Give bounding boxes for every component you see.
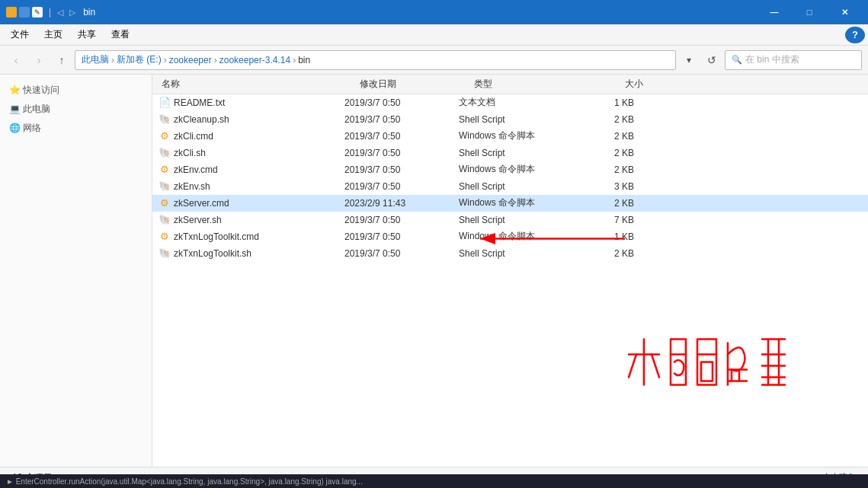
file-size-cell: 2 KB xyxy=(573,148,634,158)
menu-home[interactable]: 主页 xyxy=(37,25,70,44)
file-name-cell: 🐚 zkCli.sh xyxy=(159,147,344,159)
file-size-cell: 7 KB xyxy=(573,215,634,225)
minimize-button[interactable]: — xyxy=(757,0,792,24)
file-type-cell: Windows 命令脚本 xyxy=(459,129,573,142)
table-row[interactable]: ⚙ zkTxnLogToolkit.cmd 2019/3/7 0:50 Wind… xyxy=(152,228,868,245)
this-pc-item[interactable]: 💻 此电脑 xyxy=(0,100,152,119)
file-icon: 📄 xyxy=(159,97,171,109)
breadcrumb-computer[interactable]: 此电脑 xyxy=(82,53,109,66)
app-icon-white: ✎ xyxy=(32,7,43,18)
table-row[interactable]: 🐚 zkCli.sh 2019/3/7 0:50 Shell Script 2 … xyxy=(152,145,868,161)
close-button[interactable]: ✕ xyxy=(827,0,862,24)
file-type-cell: Shell Script xyxy=(459,148,573,158)
file-size-cell: 2 KB xyxy=(573,131,634,142)
file-type-cell: Windows 命令脚本 xyxy=(459,163,573,176)
file-list: 名称 修改日期 类型 大小 📄 README.txt 2019/3/7 0:50… xyxy=(152,75,868,467)
file-type-cell: Windows 命令脚本 xyxy=(459,196,573,209)
content-area: ⭐ 快速访问 💻 此电脑 🌐 网络 名称 修改日期 类型 大小 📄 README… xyxy=(0,75,868,467)
up-button[interactable]: ↑ xyxy=(52,50,72,70)
breadcrumb-prev: ◁ xyxy=(57,8,63,18)
menu-file[interactable]: 文件 xyxy=(3,25,37,44)
file-date-cell: 2019/3/7 0:50 xyxy=(344,131,459,142)
file-icon: ⚙ xyxy=(159,130,171,142)
window-title: bin xyxy=(83,7,95,18)
taskbar-hint: ► EnterController.runAction(java.util.Ma… xyxy=(0,474,868,488)
table-row[interactable]: 🐚 zkEnv.sh 2019/3/7 0:50 Shell Script 3 … xyxy=(152,178,868,195)
file-size-cell: 1 KB xyxy=(573,97,634,108)
file-size-cell: 2 KB xyxy=(573,164,634,175)
address-bar: ‹ › ↑ 此电脑 › 新加卷 (E:) › zookeeper › zooke… xyxy=(0,46,868,75)
file-date-cell: 2019/3/7 0:50 xyxy=(344,164,459,175)
search-box[interactable]: 🔍 在 bin 中搜索 xyxy=(725,50,862,70)
breadcrumb-next: ▷ xyxy=(69,8,75,18)
help-button[interactable]: ? xyxy=(845,27,865,43)
file-name-cell: 📄 README.txt xyxy=(159,97,344,109)
file-icon: ⚙ xyxy=(159,197,171,209)
column-headers: 名称 修改日期 类型 大小 xyxy=(152,75,868,94)
file-type-cell: Shell Script xyxy=(459,181,573,192)
refresh-button[interactable]: ↺ xyxy=(702,50,722,70)
file-date-cell: 2019/3/7 0:50 xyxy=(344,231,459,242)
file-type-cell: Shell Script xyxy=(459,215,573,225)
title-bar: ✎ | ◁ ▷ bin — □ ✕ xyxy=(0,0,868,24)
dropdown-button[interactable]: ▾ xyxy=(679,50,699,70)
col-header-date[interactable]: 修改日期 xyxy=(357,78,471,91)
file-size-cell: 1 KB xyxy=(573,231,634,242)
file-size-cell: 3 KB xyxy=(573,181,634,192)
file-name-cell: 🐚 zkCleanup.sh xyxy=(159,113,344,126)
table-row[interactable]: 🐚 zkTxnLogToolkit.sh 2019/3/7 0:50 Shell… xyxy=(152,245,868,262)
file-size-cell: 2 KB xyxy=(573,248,634,259)
table-row[interactable]: ⚙ zkCli.cmd 2019/3/7 0:50 Windows 命令脚本 2… xyxy=(152,128,868,145)
address-breadcrumb[interactable]: 此电脑 › 新加卷 (E:) › zookeeper › zookeeper-3… xyxy=(75,50,676,70)
file-icon: 🐚 xyxy=(159,180,171,193)
table-row[interactable]: 📄 README.txt 2019/3/7 0:50 文本文档 1 KB xyxy=(152,94,868,111)
table-row[interactable]: ⚙ zkEnv.cmd 2019/3/7 0:50 Windows 命令脚本 2… xyxy=(152,161,868,178)
left-pane: ⭐ 快速访问 💻 此电脑 🌐 网络 xyxy=(0,75,152,467)
col-header-name[interactable]: 名称 xyxy=(159,78,357,91)
menu-share[interactable]: 共享 xyxy=(70,25,104,44)
file-type-cell: 文本文档 xyxy=(459,96,573,109)
title-bar-left: ✎ | ◁ ▷ bin xyxy=(6,7,95,18)
file-size-cell: 2 KB xyxy=(573,198,634,209)
file-date-cell: 2019/3/7 0:50 xyxy=(344,97,459,108)
app-icon-blue xyxy=(19,7,30,18)
file-icon: 🐚 xyxy=(159,113,171,126)
back-button[interactable]: ‹ xyxy=(6,50,26,70)
table-row[interactable]: 🐚 zkServer.sh 2019/3/7 0:50 Shell Script… xyxy=(152,212,868,228)
file-type-cell: Shell Script xyxy=(459,248,573,259)
search-placeholder: 在 bin 中搜索 xyxy=(745,53,799,66)
file-name-cell: ⚙ zkCli.cmd xyxy=(159,130,344,142)
table-row[interactable]: 🐚 zkCleanup.sh 2019/3/7 0:50 Shell Scrip… xyxy=(152,111,868,128)
file-date-cell: 2019/3/7 0:50 xyxy=(344,248,459,259)
table-row[interactable]: ⚙ zkServer.cmd 2023/2/9 11:43 Windows 命令… xyxy=(152,195,868,212)
file-name-cell: ⚙ zkServer.cmd xyxy=(159,197,344,209)
file-date-cell: 2019/3/7 0:50 xyxy=(344,215,459,225)
menu-bar: 文件 主页 共享 查看 ? xyxy=(0,24,868,46)
file-type-cell: Windows 命令脚本 xyxy=(459,230,573,243)
file-icon: 🐚 xyxy=(159,214,171,226)
breadcrumb-zookeeper[interactable]: zookeeper xyxy=(169,55,212,65)
breadcrumb-bin: bin xyxy=(298,55,310,65)
quick-access-item[interactable]: ⭐ 快速访问 xyxy=(0,81,152,100)
file-date-cell: 2019/3/7 0:50 xyxy=(344,114,459,125)
col-header-size[interactable]: 大小 xyxy=(585,78,646,91)
menu-view[interactable]: 查看 xyxy=(104,25,137,44)
maximize-button[interactable]: □ xyxy=(792,0,827,24)
file-icon: ⚙ xyxy=(159,164,171,176)
file-date-cell: 2019/3/7 0:50 xyxy=(344,181,459,192)
file-name-cell: 🐚 zkServer.sh xyxy=(159,214,344,226)
file-name-cell: 🐚 zkEnv.sh xyxy=(159,180,344,193)
file-icon: ⚙ xyxy=(159,231,171,243)
file-size-cell: 2 KB xyxy=(573,114,634,125)
file-name-cell: 🐚 zkTxnLogToolkit.sh xyxy=(159,247,344,260)
file-type-cell: Shell Script xyxy=(459,114,573,125)
file-icon: 🐚 xyxy=(159,247,171,260)
file-list-scroll[interactable]: 📄 README.txt 2019/3/7 0:50 文本文档 1 KB 🐚 z… xyxy=(152,94,868,467)
col-header-type[interactable]: 类型 xyxy=(471,78,585,91)
title-controls: — □ ✕ xyxy=(757,0,862,24)
forward-button[interactable]: › xyxy=(29,50,49,70)
file-name-cell: ⚙ zkEnv.cmd xyxy=(159,164,344,176)
network-item[interactable]: 🌐 网络 xyxy=(0,119,152,138)
breadcrumb-version[interactable]: zookeeper-3.4.14 xyxy=(219,55,290,65)
breadcrumb-drive[interactable]: 新加卷 (E:) xyxy=(117,53,162,66)
